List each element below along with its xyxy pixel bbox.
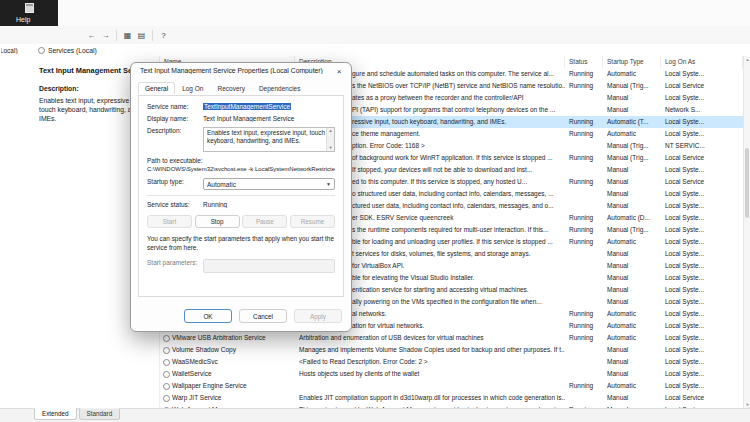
service-logon-cell: Local Syste...	[661, 164, 743, 176]
service-name-text: Volume Shadow Copy	[172, 344, 236, 356]
service-startup-type-cell: Manual	[603, 248, 661, 260]
scroll-down-icon[interactable]: ▼	[327, 145, 334, 151]
service-startup-type-cell: Automatic	[603, 320, 661, 332]
description-scrollbar[interactable]: ▲ ▼	[326, 128, 334, 151]
service-name-cell: VMware USB Arbitration Service	[160, 332, 295, 344]
service-gear-icon	[163, 359, 170, 366]
tab-general[interactable]: General	[138, 82, 175, 94]
stop-button[interactable]: Stop	[195, 215, 240, 228]
service-logon-cell: Local Syste...	[661, 368, 743, 380]
service-startup-type-cell: Automatic	[603, 128, 661, 140]
close-icon[interactable]: ×	[331, 65, 347, 78]
service-logon-cell: Local Syste...	[661, 344, 743, 356]
service-status-cell	[565, 392, 603, 404]
dark-titlebar-block: Help	[0, 0, 58, 26]
pause-button[interactable]: Pause	[242, 215, 287, 228]
tab-log-on[interactable]: Log On	[175, 82, 210, 94]
start-parameters-label: Start parameters:	[147, 259, 203, 266]
scrollbar-thumb[interactable]	[745, 148, 749, 218]
column-header-log-on-as[interactable]: Log On As	[661, 56, 743, 68]
service-logon-cell: Local Syste...	[661, 68, 743, 80]
cancel-button[interactable]: Cancel	[239, 309, 287, 323]
service-status-cell	[565, 356, 603, 368]
toolbar: ←→▦▤?	[0, 26, 750, 45]
view-tab-standard[interactable]: Standard	[79, 408, 121, 420]
service-logon-cell: Local Syste...	[661, 116, 743, 128]
scroll-down-icon[interactable]: ▼	[744, 401, 750, 408]
service-status-cell: Running	[565, 116, 603, 128]
service-status-cell: Running	[565, 68, 603, 80]
start-parameters-input[interactable]	[203, 259, 335, 273]
service-name-text: WalletService	[172, 368, 212, 380]
table-row[interactable]: WalletServiceHosts objects used by clien…	[160, 368, 743, 380]
service-status-cell	[565, 296, 603, 308]
table-row[interactable]: Wallpaper Engine ServiceRunningAutomatic…	[160, 380, 743, 392]
service-description-cell: Manages and implements Volume Shadow Cop…	[295, 344, 565, 356]
tab-dependencies[interactable]: Dependencies	[252, 82, 308, 94]
service-name-cell: Wallpaper Engine Service	[160, 380, 295, 392]
description-value: Enables text input, expressive input, to…	[207, 129, 325, 144]
tab-recovery[interactable]: Recovery	[210, 82, 251, 94]
table-row[interactable]: WaaSMedicSvc<Failed to Read Description.…	[160, 356, 743, 368]
service-description-cell: Hosts objects used by clients of the wal…	[295, 368, 565, 380]
show-console-tree-icon[interactable]: ▦	[122, 29, 133, 42]
service-startup-type-cell: Manual	[603, 272, 661, 284]
startup-type-select[interactable]: Automatic ▼	[203, 178, 335, 190]
tree-item-services-local[interactable]: Services (Local)	[1, 47, 30, 54]
service-description-cell	[295, 380, 565, 392]
description-field[interactable]: Enables text input, expressive input, to…	[203, 127, 335, 152]
service-name-cell: WalletService	[160, 368, 295, 380]
service-status-cell: Running	[565, 176, 603, 188]
service-startup-type-cell: Automatic	[603, 68, 661, 80]
service-logon-cell: Local Syste...	[661, 380, 743, 392]
start-button[interactable]: Start	[147, 215, 192, 228]
service-startup-type-cell: Manual	[603, 176, 661, 188]
service-startup-type-cell: Automatic (D...	[603, 212, 661, 224]
menu-item-help[interactable]: Help	[16, 14, 30, 25]
service-logon-cell: Local Syste...	[661, 224, 743, 236]
service-status-cell: Running	[565, 212, 603, 224]
service-status-cell	[565, 368, 603, 380]
forward-icon[interactable]: →	[100, 29, 111, 42]
service-logon-cell: Local Syste...	[661, 296, 743, 308]
service-startup-type-cell: Manual	[603, 368, 661, 380]
help-icon[interactable]: ?	[158, 29, 169, 42]
service-startup-type-cell: Automatic	[603, 332, 661, 344]
service-logon-cell: Local Syste...	[661, 92, 743, 104]
service-startup-type-cell: Manual (Trig...	[603, 152, 661, 164]
service-status-cell: Running	[565, 152, 603, 164]
service-gear-icon	[163, 347, 170, 354]
service-status-cell	[565, 200, 603, 212]
app-icon	[25, 3, 34, 13]
resume-button[interactable]: Resume	[290, 215, 335, 228]
service-status-cell	[565, 188, 603, 200]
service-status-cell	[565, 140, 603, 152]
service-status-cell: Running	[565, 380, 603, 392]
list-scrollbar[interactable]: ▲ ▼	[743, 56, 750, 408]
toolbar-separator	[116, 30, 117, 41]
column-header-status[interactable]: Status	[565, 56, 603, 68]
startup-type-value: Automatic	[207, 181, 236, 188]
table-row[interactable]: Volume Shadow CopyManages and implements…	[160, 344, 743, 356]
view-tab-extended[interactable]: Extended	[34, 408, 77, 420]
apply-button[interactable]: Apply	[294, 309, 342, 323]
table-row[interactable]: VMware USB Arbitration ServiceArbitratio…	[160, 332, 743, 344]
services-window: Help ←→▦▤? Services (Local) Services (Lo…	[0, 0, 750, 422]
description-label: Description:	[147, 127, 203, 134]
service-logon-cell: Local Syste...	[661, 332, 743, 344]
table-row[interactable]: Warp JIT ServiceEnables JIT compilation …	[160, 392, 743, 404]
ok-button[interactable]: OK	[184, 309, 232, 323]
service-startup-type-cell: Manual (Trig...	[603, 140, 661, 152]
service-logon-cell: Local Syste...	[661, 260, 743, 272]
service-status-cell: Running	[565, 80, 603, 92]
service-status-cell	[565, 248, 603, 260]
export-list-icon[interactable]: ▤	[136, 29, 147, 42]
service-logon-cell: Local Service	[661, 80, 743, 92]
scroll-up-icon[interactable]: ▲	[327, 128, 334, 134]
service-name-value[interactable]: TextInputManagementService	[203, 103, 291, 110]
back-icon[interactable]: ←	[86, 29, 97, 42]
service-status-cell	[565, 164, 603, 176]
scroll-up-icon[interactable]: ▲	[744, 56, 750, 63]
service-startup-type-cell: Automatic (T...	[603, 116, 661, 128]
column-header-startup-type[interactable]: Startup Type	[603, 56, 661, 68]
